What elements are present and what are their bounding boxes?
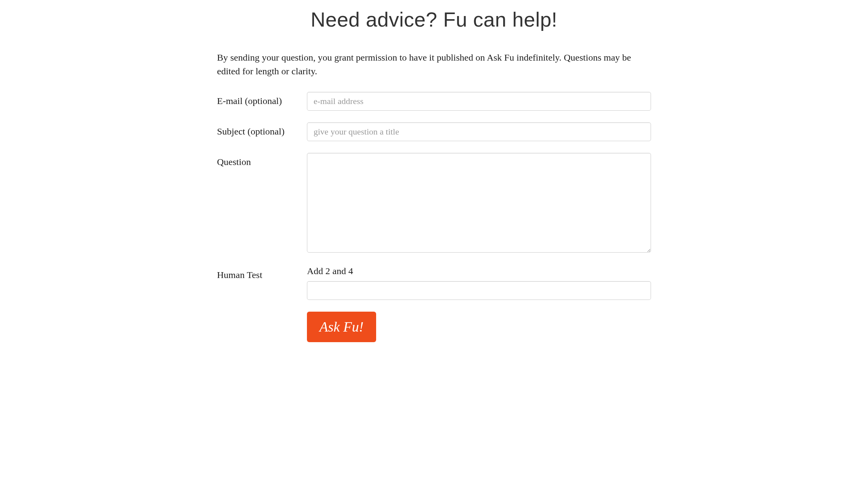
subject-row: Subject (optional) [217,122,651,141]
question-row: Question [217,153,651,254]
human-test-row: Human Test Add 2 and 4 [217,266,651,300]
question-textarea-wrap [307,153,651,254]
submit-row: Ask Fu! [217,312,651,342]
form-container: Need advice? Fu can help! By sending you… [205,0,663,350]
email-input-wrap [307,92,651,111]
page-heading: Need advice? Fu can help! [217,8,651,31]
human-test-label: Human Test [217,266,307,280]
email-row: E-mail (optional) [217,92,651,111]
submit-button[interactable]: Ask Fu! [307,312,376,342]
subject-input-wrap [307,122,651,141]
email-input[interactable] [307,92,651,111]
human-test-input[interactable] [307,281,651,300]
question-textarea[interactable] [307,153,651,253]
human-test-prompt: Add 2 and 4 [307,266,651,276]
question-label: Question [217,153,307,167]
subject-label: Subject (optional) [217,122,307,137]
email-label: E-mail (optional) [217,92,307,106]
subject-input[interactable] [307,122,651,141]
human-test-wrap: Add 2 and 4 [307,266,651,300]
submit-spacer [217,312,307,342]
intro-text: By sending your question, you grant perm… [217,51,651,78]
